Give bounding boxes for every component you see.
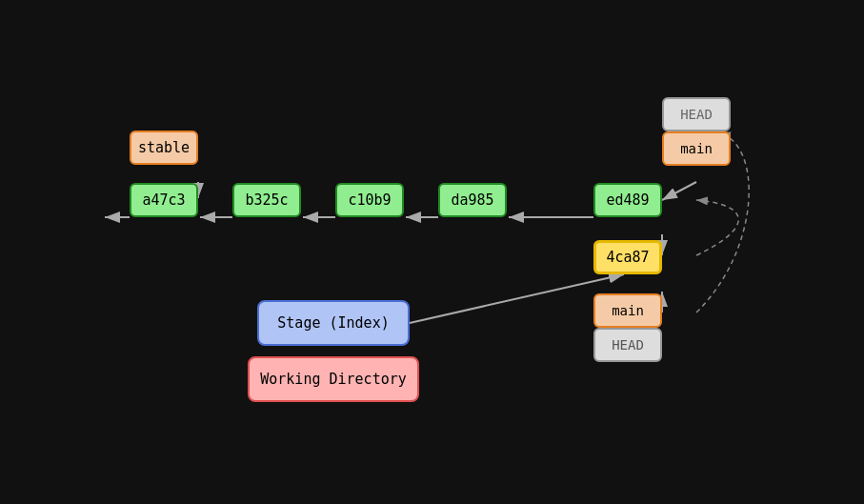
svg-line-11: [662, 182, 696, 200]
commit-a47c3: a47c3: [130, 183, 198, 217]
a47c3-text: a47c3: [142, 192, 185, 209]
b325c-text: b325c: [245, 192, 288, 209]
ed489-text: ed489: [606, 192, 649, 209]
4ca87-text: 4ca87: [606, 249, 649, 266]
commit-da985: da985: [438, 183, 507, 217]
main-bottom-text: main: [612, 303, 644, 318]
c10b9-text: c10b9: [348, 192, 391, 209]
arrows-svg: [0, 0, 864, 504]
head-label-top: HEAD: [662, 97, 731, 131]
main-top-text: main: [680, 141, 713, 156]
stable-text: stable: [138, 139, 190, 156]
da985-text: da985: [451, 192, 493, 209]
svg-line-13: [410, 274, 624, 323]
main-label-top: main: [662, 131, 731, 166]
main-label-bottom: main: [593, 293, 662, 328]
commit-c10b9: c10b9: [335, 183, 404, 217]
working-text: Working Directory: [260, 371, 407, 388]
commit-4ca87: 4ca87: [593, 240, 662, 274]
commit-b325c: b325c: [232, 183, 301, 217]
head-bottom-text: HEAD: [612, 337, 644, 353]
stage-text: Stage (Index): [277, 314, 389, 332]
head-label-bottom: HEAD: [593, 328, 662, 362]
stable-label: stable: [130, 131, 198, 165]
working-directory-box: Working Directory: [248, 356, 419, 402]
head-label-text: HEAD: [680, 107, 713, 122]
stage-index-box: Stage (Index): [257, 300, 410, 346]
commit-ed489: ed489: [593, 183, 662, 217]
